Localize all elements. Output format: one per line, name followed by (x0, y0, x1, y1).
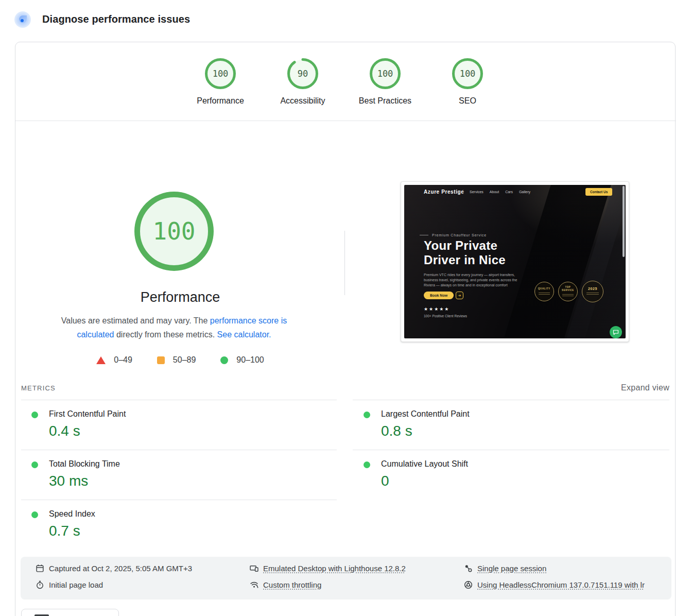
chat-bubble-icon (613, 329, 619, 335)
lighthouse-report-page: { "header": { "title": "Diagnose perform… (0, 0, 691, 616)
preview-description: Premium VTC rides for every journey — ai… (424, 272, 524, 288)
view-treemap-card[interactable]: View Treemap (21, 609, 119, 616)
badge-title: Top Service (559, 286, 577, 292)
pass-circle-icon (220, 356, 228, 364)
metric-label: Largest Contentful Paint (381, 409, 470, 419)
metric-divider (21, 400, 337, 400)
metric-value: 30 ms (49, 473, 88, 489)
metric-value: 0 (381, 473, 389, 489)
disclaimer-text: Values are estimated and may vary. The (61, 316, 210, 325)
metric-label: Speed Index (49, 509, 95, 519)
average-square-icon (157, 356, 165, 364)
gauge-label: Accessibility (267, 96, 339, 106)
legend-item-average: 50–89 (157, 355, 196, 365)
preview-contact-button: Contact Us (585, 188, 612, 196)
preview-star-rating: ★★★★★ (424, 306, 450, 312)
stopwatch-icon (36, 580, 44, 589)
gauge-label: SEO (431, 96, 504, 106)
metrics-section-title: METRICS (21, 384, 56, 392)
gauge-label: Performance (184, 96, 256, 106)
report-card: 100 Performance 90 Accessibility 100 Bes… (15, 42, 676, 616)
network-signal-icon (250, 580, 258, 589)
legend-item-pass: 90–100 (220, 355, 264, 365)
metric-divider (21, 500, 337, 500)
calendar-icon (36, 564, 44, 573)
pass-dot-icon (31, 511, 38, 518)
page-title: Diagnose performance issues (42, 13, 190, 25)
badge-title: 2025 (588, 287, 597, 290)
metric-divider (353, 450, 669, 450)
session-nodes-icon (464, 564, 473, 573)
preview-nav-link: Services (470, 190, 483, 194)
preview-reviews-text: 100+ Positive Client Reviews (424, 314, 467, 318)
preview-badge-quality: Quality (534, 282, 554, 301)
metric-label: Cumulative Layout Shift (381, 459, 468, 469)
performance-heading: Performance (15, 289, 345, 305)
env-text: Single page session (477, 564, 546, 573)
preview-tagline: Premium Chauffeur Service (420, 233, 487, 237)
env-captured-at: Captured at Oct 2, 2025, 5:05 AM GMT+3 (36, 564, 192, 573)
tagline-text: Premium Chauffeur Service (432, 233, 487, 237)
metric-label: Total Blocking Time (49, 459, 120, 469)
section-divider (15, 121, 676, 121)
performance-score-gauge: 100 (133, 190, 215, 272)
badge-detail-lines (539, 292, 550, 296)
env-text: Captured at Oct 2, 2025, 5:05 AM GMT+3 (49, 564, 192, 573)
preview-nav-link: About (490, 190, 499, 194)
gauge-score: 90 (287, 58, 319, 90)
category-gauge-accessibility[interactable]: 90 Accessibility (267, 58, 339, 106)
environment-bar: Captured at Oct 2, 2025, 5:05 AM GMT+3 I… (21, 557, 671, 600)
score-disclaimer: Values are estimated and may vary. The p… (50, 314, 298, 341)
legend-item-fail: 0–49 (96, 355, 132, 365)
metrics-header: METRICS Expand view (21, 383, 669, 392)
preview-badge-2025: 2025 (582, 281, 603, 302)
category-gauge-performance[interactable]: 100 Performance (184, 58, 256, 106)
tagline-dash (420, 235, 428, 235)
metric-value: 0.4 s (49, 423, 80, 439)
preview-nav: Services About Cars Gallery (470, 190, 530, 194)
gauge-score: 100 (452, 58, 483, 90)
env-text: Initial page load (49, 580, 103, 589)
preview-book-now-button: Book Now (424, 292, 454, 299)
final-screenshot-thumbnail[interactable]: Azure Prestige | Services About Cars Gal… (401, 181, 629, 342)
env-text: Custom throttling (263, 580, 321, 589)
preview-brand: Azure Prestige (424, 189, 464, 195)
vertical-divider (344, 231, 345, 295)
preview-chat-fab (610, 326, 622, 338)
legend-label: 50–89 (173, 355, 196, 365)
preview-scrollbar (623, 186, 625, 257)
preview-book-arrow: ➜ (456, 292, 463, 299)
legend-label: 90–100 (236, 355, 264, 365)
metric-divider (21, 450, 337, 450)
fail-triangle-icon (96, 356, 106, 364)
preview-badge-top-service: Top Service (558, 282, 578, 301)
metric-value: 0.8 s (381, 423, 412, 439)
site-preview: Azure Prestige | Services About Cars Gal… (404, 185, 626, 338)
category-gauge-seo[interactable]: 100 SEO (431, 58, 504, 106)
expand-view-button[interactable]: Expand view (621, 383, 669, 392)
score-legend: 0–49 50–89 90–100 (15, 355, 345, 365)
gauge-score: 100 (369, 58, 401, 90)
metric-divider (353, 400, 669, 400)
env-chromium-version[interactable]: Using HeadlessChromium 137.0.7151.119 wi… (464, 580, 645, 589)
see-calculator-link[interactable]: See calculator. (217, 330, 271, 339)
badge-detail-lines (586, 292, 599, 296)
env-custom-throttling[interactable]: Custom throttling (250, 580, 321, 589)
pass-dot-icon (364, 412, 370, 418)
preview-heading-line2: Driver in Nice (424, 253, 506, 267)
pass-dot-icon (31, 461, 38, 468)
env-text: Using HeadlessChromium 137.0.7151.119 wi… (477, 580, 645, 589)
category-gauge-best-practices[interactable]: 100 Best Practices (349, 58, 421, 106)
preview-nav-link: Gallery (519, 190, 530, 194)
metric-value: 0.7 s (49, 523, 80, 539)
chromium-icon (464, 580, 473, 589)
metric-label: First Contentful Paint (49, 409, 126, 419)
env-single-page-session[interactable]: Single page session (464, 564, 546, 573)
badge-title: Quality (538, 287, 550, 290)
preview-nav-link: Cars (505, 190, 513, 194)
pagespeed-logo-icon (14, 11, 31, 28)
disclaimer-text: directly from these metrics. (114, 330, 217, 339)
preview-nav-separator: | (462, 189, 463, 194)
env-emulated-device[interactable]: Emulated Desktop with Lighthouse 12.8.2 (250, 564, 406, 573)
pass-dot-icon (364, 461, 370, 468)
